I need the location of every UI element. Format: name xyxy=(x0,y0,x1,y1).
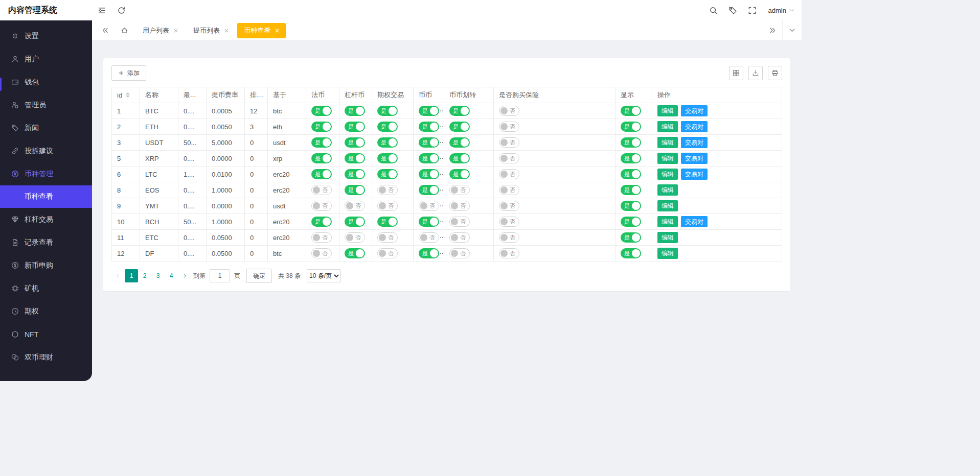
sidebar-item-admins[interactable]: 管理员 xyxy=(0,93,92,116)
insurance-toggle[interactable]: 否 xyxy=(499,106,519,116)
sidebar-item-news[interactable]: 新闻 xyxy=(0,116,92,139)
tabs-menu-button[interactable] xyxy=(782,20,802,41)
fiat-toggle[interactable]: 是 xyxy=(311,106,332,116)
transfer-toggle[interactable]: 是 xyxy=(449,106,470,116)
lever-toggle[interactable]: 是 xyxy=(345,106,365,116)
pair-button[interactable]: 交易对 xyxy=(681,105,708,116)
transfer-toggle[interactable]: 是 xyxy=(449,122,470,132)
sidebar-item-miner[interactable]: 矿机 xyxy=(0,277,92,300)
edit-button[interactable]: 编辑 xyxy=(657,153,678,164)
refresh-button[interactable] xyxy=(111,0,131,20)
close-icon[interactable] xyxy=(275,29,279,33)
page-button-2[interactable]: 2 xyxy=(138,269,151,282)
prev-page-button[interactable] xyxy=(111,269,125,282)
confirm-page-button[interactable]: 确定 xyxy=(246,269,272,283)
transfer-toggle[interactable]: 是 xyxy=(449,137,470,148)
coincoin-toggle[interactable]: 是 xyxy=(419,122,439,132)
insurance-toggle[interactable]: 否 xyxy=(499,185,519,195)
sidebar-item-dual-finance[interactable]: 双币理财 xyxy=(0,346,92,369)
tab-coin-view[interactable]: 币种查看 xyxy=(237,23,286,38)
add-button[interactable]: 添加 xyxy=(111,65,146,81)
edit-button[interactable]: 编辑 xyxy=(657,200,678,211)
sidebar-item-leverage[interactable]: 杠杆交易 xyxy=(0,208,92,231)
page-number-input[interactable] xyxy=(210,269,230,282)
option-toggle[interactable]: 是 xyxy=(377,122,398,132)
lever-toggle[interactable]: 是 xyxy=(345,153,365,163)
lever-toggle[interactable]: 是 xyxy=(345,169,365,179)
search-button[interactable] xyxy=(704,0,723,20)
sidebar-item-feedback[interactable]: 投拆建议 xyxy=(0,139,92,162)
sidebar-item-new-coin[interactable]: 新币申购 xyxy=(0,254,92,277)
transfer-toggle[interactable]: 否 xyxy=(449,217,470,227)
sidebar-subitem-coin-view[interactable]: 币种查看 xyxy=(0,185,92,208)
tabs-scroll-right-button[interactable] xyxy=(763,20,782,41)
sidebar-scrollbar[interactable] xyxy=(0,78,2,91)
show-toggle[interactable]: 是 xyxy=(621,106,641,116)
sidebar-item-users[interactable]: 用户 xyxy=(0,47,92,70)
close-icon[interactable] xyxy=(224,29,229,33)
transfer-toggle[interactable]: 否 xyxy=(449,232,470,243)
sidebar-item-options[interactable]: 期权 xyxy=(0,300,92,323)
show-toggle[interactable]: 是 xyxy=(621,185,641,195)
fiat-toggle[interactable]: 否 xyxy=(311,248,332,258)
fiat-toggle[interactable]: 否 xyxy=(311,201,332,211)
fiat-toggle[interactable]: 是 xyxy=(311,122,332,132)
insurance-toggle[interactable]: 否 xyxy=(499,122,519,132)
sidebar-item-settings[interactable]: 设置 xyxy=(0,25,92,47)
option-toggle[interactable]: 否 xyxy=(377,232,398,243)
sort-icon[interactable] xyxy=(126,92,130,98)
edit-button[interactable]: 编辑 xyxy=(657,184,678,196)
fiat-toggle[interactable]: 是 xyxy=(311,153,332,163)
fiat-toggle[interactable]: 否 xyxy=(311,185,332,195)
show-toggle[interactable]: 是 xyxy=(621,153,641,163)
lever-toggle[interactable]: 是 xyxy=(345,122,365,132)
sidebar-collapse-button[interactable] xyxy=(92,0,111,20)
transfer-toggle[interactable]: 是 xyxy=(449,169,470,179)
coincoin-toggle[interactable]: 是 xyxy=(419,137,439,148)
home-tab-button[interactable] xyxy=(115,20,134,41)
coincoin-toggle[interactable]: 是 xyxy=(419,106,439,116)
coincoin-toggle[interactable]: 是 xyxy=(419,217,439,227)
pair-button[interactable]: 交易对 xyxy=(681,216,708,227)
pair-button[interactable]: 交易对 xyxy=(681,153,708,164)
coincoin-toggle[interactable]: 否 xyxy=(419,232,439,243)
option-toggle[interactable]: 是 xyxy=(377,137,398,148)
show-toggle[interactable]: 是 xyxy=(621,137,641,148)
insurance-toggle[interactable]: 否 xyxy=(499,217,519,227)
edit-button[interactable]: 编辑 xyxy=(657,121,678,132)
tab-withdraw-list[interactable]: 提币列表 xyxy=(187,20,235,41)
edit-button[interactable]: 编辑 xyxy=(657,105,678,116)
show-toggle[interactable]: 是 xyxy=(621,122,641,132)
fiat-toggle[interactable]: 是 xyxy=(311,217,332,227)
page-button-1[interactable]: 1 xyxy=(125,269,138,282)
tag-button[interactable] xyxy=(723,0,743,20)
lever-toggle[interactable]: 是 xyxy=(345,137,365,148)
insurance-toggle[interactable]: 否 xyxy=(499,169,519,179)
pair-button[interactable]: 交易对 xyxy=(681,137,708,148)
coincoin-toggle[interactable]: 是 xyxy=(419,185,439,195)
lever-toggle[interactable]: 否 xyxy=(345,232,365,243)
transfer-toggle[interactable]: 否 xyxy=(449,185,470,195)
edit-button[interactable]: 编辑 xyxy=(657,232,678,243)
page-button-3[interactable]: 3 xyxy=(151,269,165,282)
insurance-toggle[interactable]: 否 xyxy=(499,153,519,163)
option-toggle[interactable]: 是 xyxy=(377,106,398,116)
edit-button[interactable]: 编辑 xyxy=(657,248,678,259)
lever-toggle[interactable]: 是 xyxy=(345,185,365,195)
coincoin-toggle[interactable]: 是 xyxy=(419,248,439,258)
pair-button[interactable]: 交易对 xyxy=(681,169,708,180)
transfer-toggle[interactable]: 是 xyxy=(449,153,470,163)
coincoin-toggle[interactable]: 否 xyxy=(419,201,439,211)
fiat-toggle[interactable]: 是 xyxy=(311,169,332,179)
column-header-id[interactable]: id xyxy=(112,87,140,103)
insurance-toggle[interactable]: 否 xyxy=(499,201,519,211)
option-toggle[interactable]: 否 xyxy=(377,185,398,195)
lever-toggle[interactable]: 是 xyxy=(345,217,365,227)
fullscreen-button[interactable] xyxy=(743,0,762,20)
edit-button[interactable]: 编辑 xyxy=(657,137,678,148)
option-toggle[interactable]: 否 xyxy=(377,248,398,258)
show-toggle[interactable]: 是 xyxy=(621,217,641,227)
close-icon[interactable] xyxy=(174,29,178,33)
tabs-scroll-left-button[interactable] xyxy=(95,20,115,41)
edit-button[interactable]: 编辑 xyxy=(657,216,678,227)
